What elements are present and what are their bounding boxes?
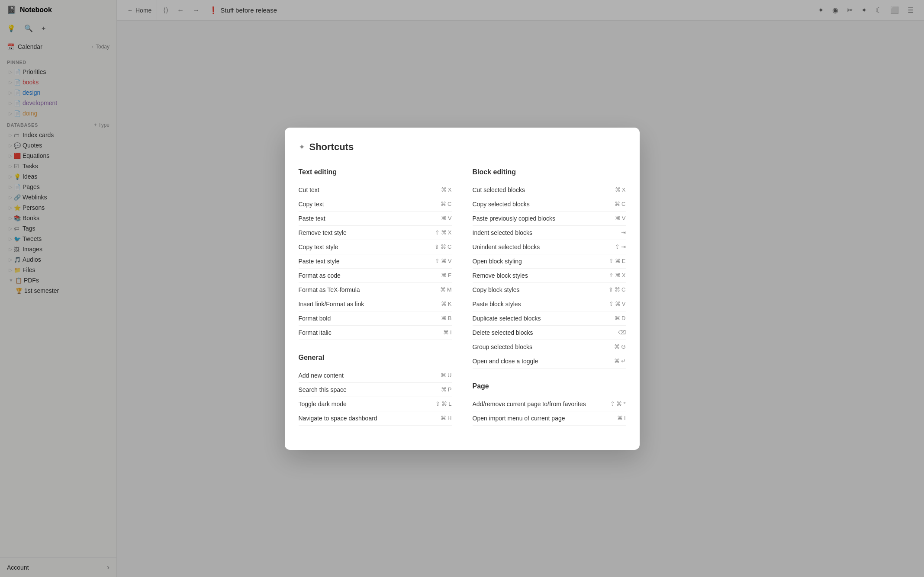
shortcut-label: Cut text xyxy=(299,186,319,193)
key: I xyxy=(450,329,452,336)
shortcut-keys: ⌘↵ xyxy=(614,358,626,364)
shortcut-keys: ⇧⇥ xyxy=(615,244,626,250)
shortcut-paste-blocks: Paste previously copied blocks ⌘V xyxy=(473,212,626,226)
shortcut-label: Duplicate selected blocks xyxy=(473,315,541,322)
shortcut-keys: ⌘H xyxy=(441,415,451,421)
shortcut-label: Format italic xyxy=(299,329,332,336)
shortcut-keys: ⌘M xyxy=(440,286,452,293)
shortcut-keys: ⇥ xyxy=(621,229,626,236)
shortcut-label: Paste previously copied blocks xyxy=(473,215,555,222)
shortcut-paste-text: Paste text ⌘V xyxy=(299,212,452,226)
key: C xyxy=(621,201,625,207)
shortcut-insert-link: Insert link/Format as link ⌘K xyxy=(299,297,452,311)
key-cmd: ⌘ xyxy=(615,258,621,264)
shortcut-open-styling: Open block styling ⇧⌘E xyxy=(473,254,626,269)
shortcuts-title: Shortcuts xyxy=(309,141,354,153)
shortcut-keys: ⌫ xyxy=(618,329,626,336)
key-cmd: ⌘ xyxy=(615,215,621,221)
key-cmd: ⌘ xyxy=(441,415,446,421)
modal-overlay[interactable]: ✦ Shortcuts Text editing Cut text ⌘X xyxy=(117,21,924,577)
shortcut-search: Search this space ⌘P xyxy=(299,383,452,397)
key-cmd: ⌘ xyxy=(441,315,447,321)
key-cmd: ⌘ xyxy=(617,415,623,421)
shortcut-label: Unindent selected blocks xyxy=(473,244,540,250)
shortcut-duplicate-blocks: Duplicate selected blocks ⌘D xyxy=(473,311,626,326)
shortcut-delete-blocks: Delete selected blocks ⌫ xyxy=(473,326,626,340)
key: ⇧ xyxy=(609,258,614,264)
key: ⇧ xyxy=(435,229,440,236)
shortcut-keys: ⇧⌘V xyxy=(609,301,626,307)
key-cmd: ⌘ xyxy=(614,343,620,350)
shortcut-label: Copy block styles xyxy=(473,286,520,293)
key: U xyxy=(448,372,451,378)
key: P xyxy=(448,386,452,393)
shortcut-label: Format bold xyxy=(299,315,331,322)
key-cmd: ⌘ xyxy=(441,186,447,193)
general-title: General xyxy=(299,354,452,362)
key: C xyxy=(621,286,625,293)
shortcut-keys: ⇧⌘V xyxy=(435,258,452,264)
key-cmd: ⌘ xyxy=(441,229,447,236)
shortcut-label: Format as TeX-formula xyxy=(299,286,360,293)
shortcut-label: Paste text xyxy=(299,215,325,222)
key: V xyxy=(448,215,452,221)
shortcut-copy-blocks: Copy selected blocks ⌘C xyxy=(473,197,626,212)
page-section: Page Add/remove current page to/from fav… xyxy=(473,379,626,426)
text-editing-title: Text editing xyxy=(299,168,452,176)
key-cmd: ⌘ xyxy=(440,286,446,293)
shortcut-keys: ⌘V xyxy=(615,215,626,221)
key-cmd: ⌘ xyxy=(441,386,447,393)
page-title-label: Page xyxy=(473,382,626,390)
key: ⇥ xyxy=(621,244,626,250)
shortcut-cut-text: Cut text ⌘X xyxy=(299,183,452,197)
shortcut-format-bold: Format bold ⌘B xyxy=(299,311,452,326)
shortcut-keys: ⌘C xyxy=(615,201,625,207)
shortcut-label: Open import menu of current page xyxy=(473,415,565,422)
shortcuts-icon: ✦ xyxy=(299,142,305,152)
key: K xyxy=(448,301,452,307)
shortcut-format-code: Format as code ⌘E xyxy=(299,269,452,283)
key: ⇧ xyxy=(608,286,613,293)
shortcut-keys: ⌘U xyxy=(441,372,451,378)
shortcut-format-tex: Format as TeX-formula ⌘M xyxy=(299,283,452,297)
key: X xyxy=(448,229,452,236)
key-cmd: ⌘ xyxy=(615,272,621,279)
shortcut-keys: ⇧⌘* xyxy=(610,401,625,407)
shortcut-keys: ⌘X xyxy=(441,186,452,193)
key: H xyxy=(448,415,451,421)
shortcut-keys: ⇧⌘C xyxy=(435,244,451,250)
key: X xyxy=(622,186,626,193)
general-section: General Add new content ⌘U Search this s… xyxy=(299,350,452,426)
shortcut-keys: ⇧⌘L xyxy=(435,401,451,407)
key-cmd: ⌘ xyxy=(441,272,447,279)
key: V xyxy=(448,258,452,264)
key-cmd: ⌘ xyxy=(615,301,621,307)
key: V xyxy=(622,215,626,221)
shortcut-navigate: Navigate to space dashboard ⌘H xyxy=(299,411,452,426)
shortcut-import: Open import menu of current page ⌘I xyxy=(473,411,626,426)
shortcut-keys: ⌘I xyxy=(443,329,452,336)
key: B xyxy=(448,315,452,321)
key: C xyxy=(448,244,451,250)
key: M xyxy=(447,286,452,293)
content-area: ✦ Shortcuts Text editing Cut text ⌘X xyxy=(117,21,924,577)
shortcut-label: Add/remove current page to/from favorite… xyxy=(473,401,586,407)
shortcut-label: Indent selected blocks xyxy=(473,229,533,236)
shortcut-indent: Indent selected blocks ⇥ xyxy=(473,226,626,240)
key: ⇧ xyxy=(615,244,620,250)
shortcuts-grid: Text editing Cut text ⌘X Copy text ⌘ xyxy=(299,165,626,436)
shortcut-dark-mode: Toggle dark mode ⇧⌘L xyxy=(299,397,452,411)
shortcut-paste-text-style: Paste text style ⇧⌘V xyxy=(299,254,452,269)
key: ⇥ xyxy=(621,229,626,236)
shortcut-keys: ⌘C xyxy=(441,201,451,207)
shortcut-keys: ⇧⌘X xyxy=(435,229,452,236)
key: E xyxy=(448,272,452,279)
key: C xyxy=(448,201,451,207)
key-cmd: ⌘ xyxy=(616,401,622,407)
shortcut-label: Format as code xyxy=(299,272,341,279)
shortcut-label: Copy text style xyxy=(299,244,338,250)
block-editing-title: Block editing xyxy=(473,168,626,176)
key-cmd: ⌘ xyxy=(441,258,447,264)
shortcut-label: Paste text style xyxy=(299,258,340,265)
shortcut-cut-blocks: Cut selected blocks ⌘X xyxy=(473,183,626,197)
